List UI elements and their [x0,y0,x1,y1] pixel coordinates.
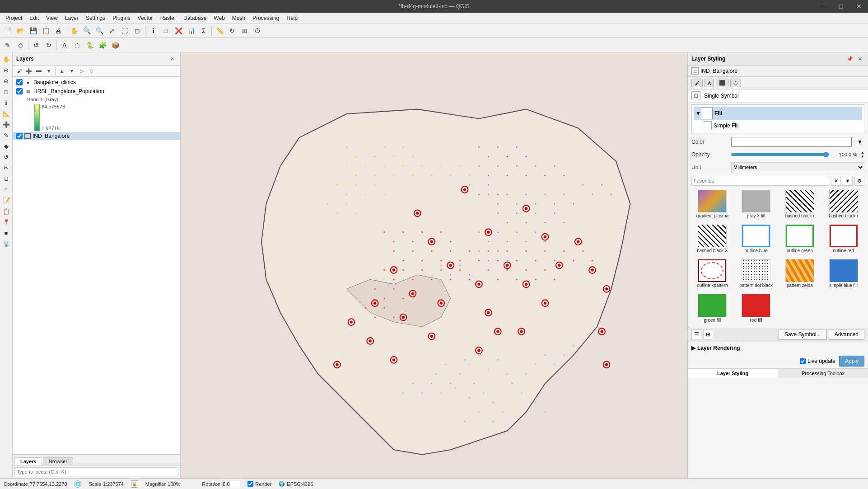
coordinate-crs-button[interactable]: 🌐 [74,480,81,488]
select-feature-tool[interactable]: □ [1,87,11,97]
undo-button[interactable]: ↺ [30,39,42,51]
cad-tool[interactable]: ■ [1,228,11,238]
pan-map-button[interactable]: ✋ [1,54,11,64]
layer-search-input[interactable] [14,467,178,476]
gps-tool[interactable]: 📡 [1,239,11,249]
refresh-button[interactable]: ↻ [226,25,238,37]
apply-button[interactable]: Apply [839,356,864,367]
move-up-button[interactable]: ▲ [57,66,66,75]
diagram-button[interactable]: ◌ [71,39,83,51]
open-project-button[interactable]: 📂 [14,25,26,37]
favorites-dropdown-button[interactable]: ▼ [843,176,853,186]
identify-tool[interactable]: ℹ [1,98,11,108]
plugin-manager-button[interactable]: 🧩 [97,39,108,51]
split-tool[interactable]: ✂ [1,163,11,173]
zoom-selection-button[interactable]: ◻ [131,25,143,37]
layer-item-hrsl[interactable]: ▦ HRSL_Bangalore_Population [13,87,180,96]
menu-settings[interactable]: Settings [82,14,109,22]
symbol-hashed-black-fwd[interactable]: hashed black / [779,188,821,221]
symbol-simple-blue-fill[interactable]: simple blue fill [822,257,864,290]
close-button[interactable]: ✕ [850,0,868,13]
symbol-gray-3-fill[interactable]: gray 3 fill [735,188,777,221]
color-dropdown-button[interactable]: ▼ [855,137,864,146]
symbol-pattern-zelda[interactable]: pattern zelda [779,257,821,290]
node-tool-button[interactable]: ◇ [14,39,26,51]
tiles-button[interactable]: ⊞ [239,25,251,37]
advanced-button[interactable]: Advanced [829,329,864,340]
menu-project[interactable]: Project [2,14,26,22]
zoom-out-tool[interactable]: ⊖ [1,76,11,86]
identify-button[interactable]: ℹ [147,25,159,37]
symbol-hashed-black-back[interactable]: hashed black \ [822,188,864,221]
save-symbol-button[interactable]: Save Symbol... [779,329,827,340]
zoom-layer-button[interactable]: ⛶ [119,25,131,37]
save-as-button[interactable]: 📋 [40,25,51,37]
label-button[interactable]: A [59,39,70,51]
annotation-tool[interactable]: 📝 [1,195,11,205]
menu-database[interactable]: Database [180,14,210,22]
menu-layer[interactable]: Layer [61,14,82,22]
print-button[interactable]: 🖨 [52,25,64,37]
styling-icon-tab-label[interactable]: A [705,79,714,87]
icon-view-button[interactable]: ⊞ [703,329,713,339]
zoom-in-button[interactable]: 🔍 [81,25,93,37]
color-selector[interactable] [731,137,852,147]
expand-all-button[interactable]: ▽ [87,66,96,75]
menu-vector[interactable]: Vector [134,14,157,22]
browser-tab[interactable]: Browser [43,457,73,465]
add-feature-tool[interactable]: ➕ [1,119,11,129]
list-view-button[interactable]: ☰ [691,329,701,339]
layer-rendering-header[interactable]: ▶ Layer Rendering [691,344,864,352]
opacity-slider[interactable] [731,153,829,156]
scale-lock-button[interactable]: 🔒 [131,480,138,488]
layer-visibility-checkbox-clinics[interactable] [16,79,23,85]
render-checkbox[interactable] [247,481,253,487]
symbol-hashed-black-x[interactable]: hashed black X [691,222,733,255]
layer-item-ind-bangalore[interactable]: IND_Bangalore [13,132,180,140]
symbol-outline-blue[interactable]: outline blue [735,222,777,255]
pan-button[interactable]: ✋ [68,25,80,37]
simple-fill-row[interactable]: Simple Fill [694,120,862,131]
menu-view[interactable]: View [42,14,61,22]
browser-button[interactable]: 📦 [109,39,121,51]
live-update-checkbox[interactable] [800,358,806,364]
remove-layer-button[interactable]: ➖ [34,66,43,75]
menu-help[interactable]: Help [283,14,302,22]
measure-button[interactable]: 📏 [214,25,225,37]
map-area[interactable] [181,52,687,478]
layer-styling-panel-tab[interactable]: Layer Styling [688,369,778,378]
zoom-full-button[interactable]: ⤢ [106,25,118,37]
layer-visibility-checkbox-ind[interactable] [16,133,23,139]
deselect-button[interactable]: ❌ [173,25,184,37]
filter-layer-button[interactable]: ▼ [44,66,53,75]
statistics-button[interactable]: Σ [198,25,210,37]
menu-plugins[interactable]: Plugins [109,14,134,22]
form-tool[interactable]: 📋 [1,206,11,216]
symbol-pattern-dot-black[interactable]: pattern dot black [735,257,777,290]
node-edit-tool[interactable]: ◆ [1,141,11,151]
styling-pin-button[interactable]: 📌 [845,54,854,63]
symbol-red-fill[interactable]: red fill [735,292,777,325]
redo-button[interactable]: ↻ [43,39,55,51]
styling-icon-tab-paint[interactable]: 🖌 [691,79,703,87]
symbol-outline-xpattern[interactable]: outline xpattern [691,257,733,290]
zoom-out-button[interactable]: 🔍 [93,25,105,37]
digitize-tool[interactable]: ✎ [1,130,11,140]
rotate-tool[interactable]: ↺ [1,152,11,162]
vertex-tool[interactable]: ○ [1,184,11,194]
styling-icon-tab-diagram[interactable]: ◌ [730,79,741,87]
menu-mesh[interactable]: Mesh [229,14,249,22]
collapse-all-button[interactable]: ▷ [77,66,86,75]
layer-item-bangalore-clinics[interactable]: ● Bangalore_clinics [13,78,180,87]
open-layer-styling[interactable]: 🖌 [14,66,23,75]
unit-selector[interactable]: Millimeters [731,162,864,172]
attribute-table-button[interactable]: 📊 [185,25,197,37]
menu-web[interactable]: Web [210,14,228,22]
menu-processing[interactable]: Processing [249,14,283,22]
zoom-in-tool[interactable]: ⊕ [1,65,11,75]
favorites-clear-button[interactable]: ✕ [831,176,841,186]
menu-edit[interactable]: Edit [26,14,42,22]
merge-tool[interactable]: ⊔ [1,174,11,183]
new-project-button[interactable]: 📄 [2,25,14,37]
symbol-outline-red[interactable]: outline red [822,222,864,255]
